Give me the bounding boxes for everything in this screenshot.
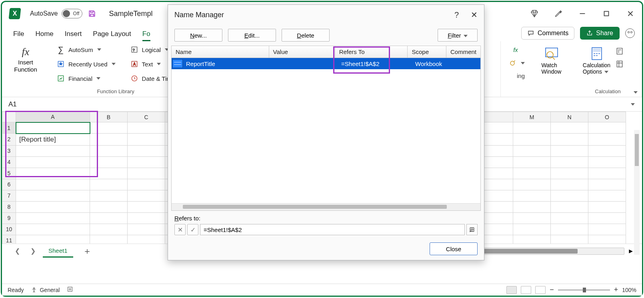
- sheet-nav-next-icon[interactable]: ❯: [27, 246, 39, 256]
- refers-to-label: Refers to:: [174, 215, 478, 222]
- col-header-value[interactable]: Value: [269, 46, 335, 58]
- view-page-break-icon[interactable]: [535, 286, 546, 294]
- refers-to-input[interactable]: [200, 224, 465, 235]
- save-icon[interactable]: [88, 10, 96, 18]
- add-sheet-button[interactable]: ＋: [77, 245, 97, 257]
- svg-point-17: [69, 288, 71, 290]
- pen-sparkle-icon[interactable]: [554, 9, 563, 18]
- col-header-refers-to[interactable]: Refers To: [335, 46, 408, 58]
- minimize-icon[interactable]: [578, 9, 587, 18]
- zoom-slider[interactable]: [558, 290, 610, 290]
- autosum-button[interactable]: ∑ AutoSum: [55, 44, 117, 55]
- row-header-4[interactable]: 4: [2, 156, 16, 168]
- edit-name-button[interactable]: Edit...: [228, 29, 276, 42]
- select-all-corner[interactable]: [2, 112, 16, 122]
- logical-label: Logical: [142, 46, 161, 53]
- cell-A1[interactable]: [16, 122, 90, 134]
- col-header-scope[interactable]: Scope: [408, 46, 446, 58]
- calculation-options-label: CalculationOptions: [583, 62, 610, 75]
- name-box[interactable]: [5, 98, 95, 110]
- cell-A2[interactable]: [Report title]: [16, 134, 90, 146]
- vertical-scrollbar[interactable]: [634, 130, 640, 255]
- view-normal-icon[interactable]: [506, 286, 517, 294]
- svg-rect-12: [593, 49, 600, 52]
- dialog-help-icon[interactable]: ?: [454, 10, 459, 20]
- zoom-out-icon[interactable]: −: [550, 286, 554, 294]
- close-window-icon[interactable]: [626, 9, 635, 18]
- recently-used-button[interactable]: Recently Used: [55, 59, 117, 69]
- col-header-A[interactable]: A: [16, 112, 90, 122]
- zoom-level[interactable]: 100%: [622, 287, 636, 293]
- row-header-11[interactable]: 11: [2, 235, 16, 244]
- dialog-h-scrollbar[interactable]: [172, 203, 480, 210]
- row-header-1[interactable]: 1: [2, 122, 16, 134]
- group-label-calculation: Calculation: [574, 88, 642, 94]
- row-header-3[interactable]: 3: [2, 145, 16, 156]
- dialog-title: Name Manager: [174, 11, 224, 19]
- col-header-N[interactable]: N: [551, 112, 588, 122]
- col-header-M[interactable]: M: [513, 112, 551, 122]
- row-header-7[interactable]: 7: [2, 190, 16, 201]
- col-header-C[interactable]: C: [128, 112, 165, 122]
- range-picker-icon[interactable]: [466, 224, 478, 235]
- tab-page-layout[interactable]: Page Layout: [93, 30, 131, 41]
- row-header-5[interactable]: 5: [2, 168, 16, 179]
- formula-bar-expand-icon[interactable]: [631, 103, 635, 106]
- col-header-name[interactable]: Name: [172, 46, 269, 58]
- view-page-layout-icon[interactable]: [521, 286, 531, 294]
- comments-button[interactable]: Comments: [521, 27, 574, 40]
- financial-icon: [56, 74, 65, 83]
- dialog-close-button[interactable]: Close: [430, 242, 478, 255]
- calc-sheet-icon[interactable]: [615, 60, 624, 68]
- hscroll-right-icon[interactable]: ►: [628, 248, 634, 255]
- row-name-cell: ReportTitle: [184, 60, 272, 67]
- financial-button[interactable]: Financial: [55, 73, 117, 84]
- partial-button-3[interactable]: ing: [515, 72, 526, 80]
- row-header-2[interactable]: 2: [2, 134, 16, 146]
- comments-label: Comments: [538, 30, 568, 37]
- share-button[interactable]: Share: [580, 27, 620, 40]
- row-header-6[interactable]: 6: [2, 179, 16, 190]
- tab-formulas[interactable]: Fo: [142, 30, 150, 41]
- accessibility-icon[interactable]: General: [31, 287, 60, 293]
- status-general-label: General: [40, 287, 60, 293]
- row-header-8[interactable]: 8: [2, 201, 16, 212]
- zoom-in-icon[interactable]: +: [614, 286, 618, 294]
- refers-accept-icon[interactable]: ✓: [187, 224, 198, 235]
- partial-button-1[interactable]: fx: [510, 44, 526, 55]
- calculation-options-button[interactable]: CalculationOptions: [580, 44, 614, 75]
- insert-function-button[interactable]: fx InsertFunction: [8, 44, 44, 73]
- watch-window-icon: [544, 46, 559, 61]
- tab-insert[interactable]: Insert: [65, 30, 82, 41]
- autosave-state: Off: [73, 11, 80, 16]
- row-header-10[interactable]: 10: [2, 224, 16, 235]
- fx-small-icon: fx: [511, 45, 520, 54]
- refers-cancel-icon[interactable]: ✕: [174, 224, 186, 235]
- calc-now-icon[interactable]: [615, 47, 624, 56]
- diamond-icon[interactable]: [530, 9, 539, 18]
- tab-home[interactable]: Home: [35, 30, 53, 41]
- sheet-tab-sheet1[interactable]: Sheet1: [43, 245, 73, 258]
- col-header-O[interactable]: O: [588, 112, 626, 122]
- watch-window-button[interactable]: WatchWindow: [534, 44, 568, 75]
- delete-name-button[interactable]: Delete: [282, 29, 330, 42]
- name-row-reporttitle[interactable]: ReportTitle =Sheet1!$A$2 Workbook: [172, 58, 480, 69]
- dialog-close-icon[interactable]: ✕: [471, 10, 478, 20]
- ribbon-collapse-icon[interactable]: [634, 91, 638, 94]
- names-list[interactable]: Name Value Refers To Scope Comment Repor…: [171, 46, 481, 211]
- col-header-B[interactable]: B: [90, 112, 128, 122]
- name-manager-dialog: Name Manager ? ✕ New... Edit... Delete F…: [168, 4, 484, 260]
- autosave-toggle[interactable]: Off: [62, 9, 82, 18]
- macro-record-icon[interactable]: [67, 286, 73, 294]
- filter-button[interactable]: Filter: [438, 29, 478, 42]
- sheet-nav-prev-icon[interactable]: ❮: [12, 246, 23, 256]
- maximize-icon[interactable]: [602, 9, 611, 18]
- partial-button-2[interactable]: [506, 58, 526, 68]
- tab-file[interactable]: File: [13, 30, 24, 41]
- svg-text:?: ?: [132, 48, 134, 52]
- feedback-smile-icon[interactable]: [625, 28, 635, 38]
- share-label: Share: [596, 30, 613, 37]
- col-header-comment[interactable]: Comment: [446, 46, 480, 58]
- row-header-9[interactable]: 9: [2, 212, 16, 224]
- new-name-button[interactable]: New...: [174, 29, 222, 42]
